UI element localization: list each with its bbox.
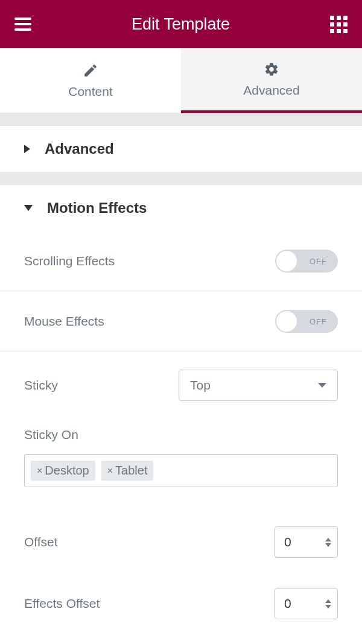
section-advanced-header[interactable]: Advanced <box>0 126 362 172</box>
spinner-up-icon[interactable] <box>325 538 331 541</box>
sticky-on-label: Sticky On <box>24 428 338 442</box>
effects-offset-label: Effects Offset <box>24 596 100 611</box>
hamburger-menu-icon[interactable] <box>14 17 31 31</box>
gear-icon <box>264 62 279 77</box>
sticky-on-tags[interactable]: × Desktop × Tablet <box>24 454 338 487</box>
mouse-effects-toggle[interactable]: OFF <box>275 310 338 333</box>
spinner-down-icon[interactable] <box>325 605 331 608</box>
spinner-up-icon[interactable] <box>325 599 331 603</box>
scrolling-effects-toggle[interactable]: OFF <box>275 250 338 273</box>
sticky-select-value: Top <box>190 378 211 393</box>
tag-label: Desktop <box>45 464 89 478</box>
mouse-effects-label: Mouse Effects <box>24 314 104 329</box>
offset-label: Offset <box>24 535 58 549</box>
tab-content[interactable]: Content <box>0 48 181 113</box>
remove-tag-icon[interactable]: × <box>107 466 113 476</box>
section-motion-effects-title: Motion Effects <box>47 200 147 216</box>
toggle-text: OFF <box>310 317 327 326</box>
section-advanced-title: Advanced <box>45 140 114 157</box>
tag-label: Tablet <box>115 464 147 478</box>
toggle-text: OFF <box>310 256 327 265</box>
chevron-right-icon <box>24 145 30 153</box>
tab-advanced[interactable]: Advanced <box>181 48 362 113</box>
sticky-select[interactable]: Top <box>179 370 338 401</box>
offset-value: 0 <box>275 535 324 549</box>
tag-tablet: × Tablet <box>101 461 154 481</box>
effects-offset-value: 0 <box>275 596 324 611</box>
section-motion-effects-header[interactable]: Motion Effects <box>0 185 362 231</box>
apps-grid-icon[interactable] <box>330 16 348 33</box>
scrolling-effects-label: Scrolling Effects <box>24 254 115 268</box>
page-title: Edit Template <box>132 15 230 34</box>
tag-desktop: × Desktop <box>31 461 95 481</box>
effects-offset-input[interactable]: 0 <box>275 588 338 619</box>
chevron-down-icon <box>318 383 326 388</box>
remove-tag-icon[interactable]: × <box>37 466 42 476</box>
spinner-down-icon[interactable] <box>325 543 331 547</box>
tab-content-label: Content <box>68 84 113 99</box>
pencil-icon <box>83 63 98 78</box>
chevron-down-icon <box>24 205 33 211</box>
sticky-label: Sticky <box>24 378 58 393</box>
tab-advanced-label: Advanced <box>243 83 299 98</box>
offset-input[interactable]: 0 <box>275 526 338 558</box>
